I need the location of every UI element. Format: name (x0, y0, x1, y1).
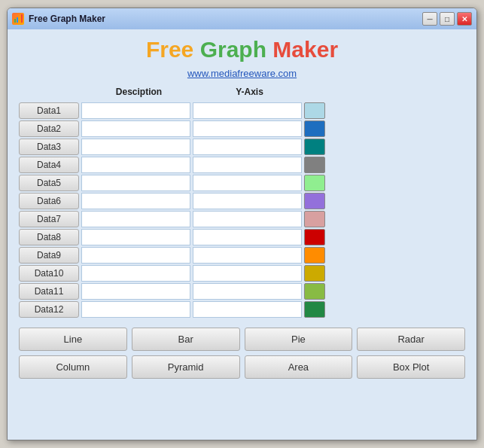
color-swatch-5[interactable] (304, 175, 325, 191)
minimize-button[interactable]: ─ (422, 12, 437, 26)
yaxis-input-3[interactable] (193, 139, 302, 155)
data-button-8[interactable]: Data8 (19, 229, 79, 245)
graph-type-button-pie[interactable]: Pie (245, 328, 353, 351)
website-link[interactable]: www.mediafreeware.com (19, 68, 465, 79)
yaxis-input-9[interactable] (193, 247, 302, 264)
description-input-10[interactable] (81, 265, 190, 282)
yaxis-input-5[interactable] (193, 175, 302, 191)
description-input-3[interactable] (81, 139, 190, 155)
yaxis-input-1[interactable] (193, 102, 302, 119)
description-input-7[interactable] (81, 211, 190, 227)
table-row: Data3 (19, 139, 465, 155)
table-row: Data5 (19, 175, 465, 191)
description-input-12[interactable] (81, 301, 190, 318)
yaxis-input-7[interactable] (193, 211, 302, 227)
yaxis-input-11[interactable] (193, 283, 302, 300)
description-header: Desciption (84, 87, 193, 97)
table-row: Data1 (19, 102, 465, 119)
svg-rect-1 (17, 17, 18, 23)
color-swatch-9[interactable] (304, 247, 325, 264)
description-input-11[interactable] (81, 283, 190, 300)
data-button-1[interactable]: Data1 (19, 102, 79, 119)
graph-type-button-pyramid[interactable]: Pyramid (132, 355, 240, 379)
data-button-4[interactable]: Data4 (19, 157, 79, 173)
table-row: Data12 (19, 301, 465, 318)
window-title: Free Graph Maker (29, 14, 418, 24)
main-window: Free Graph Maker ─ □ ✕ Free Graph Maker … (7, 8, 477, 440)
table-row: Data2 (19, 120, 465, 137)
window-controls: ─ □ ✕ (422, 12, 472, 26)
title-maker: Maker (266, 37, 338, 62)
title-bar: Free Graph Maker ─ □ ✕ (8, 8, 476, 29)
color-swatch-2[interactable] (304, 120, 325, 137)
title-free: Free (146, 37, 193, 62)
color-swatch-1[interactable] (304, 102, 325, 119)
graph-buttons: LineBarPieRadarColumnPyramidAreaBox Plot (19, 328, 465, 379)
data-button-5[interactable]: Data5 (19, 175, 79, 191)
data-button-6[interactable]: Data6 (19, 193, 79, 209)
data-button-3[interactable]: Data3 (19, 139, 79, 155)
data-button-10[interactable]: Data10 (19, 265, 79, 282)
description-input-4[interactable] (81, 157, 190, 173)
app-title: Free Graph Maker (19, 37, 465, 62)
yaxis-header: Y-Axis (195, 87, 304, 97)
description-input-5[interactable] (81, 175, 190, 191)
table-row: Data11 (19, 283, 465, 300)
table-row: Data4 (19, 157, 465, 173)
data-button-7[interactable]: Data7 (19, 211, 79, 227)
yaxis-input-8[interactable] (193, 229, 302, 245)
graph-type-button-area[interactable]: Area (245, 355, 353, 379)
svg-rect-3 (21, 14, 23, 23)
table-row: Data6 (19, 193, 465, 209)
data-button-2[interactable]: Data2 (19, 120, 79, 137)
yaxis-input-4[interactable] (193, 157, 302, 173)
description-input-8[interactable] (81, 229, 190, 245)
color-swatch-10[interactable] (304, 265, 325, 282)
yaxis-input-12[interactable] (193, 301, 302, 318)
graph-type-button-radar[interactable]: Radar (357, 328, 465, 351)
table-row: Data8 (19, 229, 465, 245)
graph-type-button-column[interactable]: Column (19, 355, 127, 379)
table-row: Data7 (19, 211, 465, 227)
data-button-12[interactable]: Data12 (19, 301, 79, 318)
description-input-2[interactable] (81, 120, 190, 137)
color-swatch-6[interactable] (304, 193, 325, 209)
data-button-11[interactable]: Data11 (19, 283, 79, 300)
app-content: Free Graph Maker www.mediafreeware.com D… (8, 29, 476, 440)
table-row: Data10 (19, 265, 465, 282)
close-button[interactable]: ✕ (457, 12, 472, 26)
color-swatch-7[interactable] (304, 211, 325, 227)
yaxis-input-6[interactable] (193, 193, 302, 209)
svg-rect-0 (14, 19, 16, 23)
color-swatch-11[interactable] (304, 283, 325, 300)
data-button-9[interactable]: Data9 (19, 247, 79, 264)
description-input-1[interactable] (81, 102, 190, 119)
grid-header: Desciption Y-Axis (19, 87, 465, 97)
graph-type-button-box-plot[interactable]: Box Plot (357, 355, 465, 379)
color-swatch-12[interactable] (304, 301, 325, 318)
description-input-6[interactable] (81, 193, 190, 209)
table-row: Data9 (19, 247, 465, 264)
data-grid: Data1 Data2 Data3 Data4 Data5 Data6 Data… (19, 102, 465, 318)
svg-rect-2 (19, 16, 20, 23)
maximize-button[interactable]: □ (440, 12, 455, 26)
color-swatch-8[interactable] (304, 229, 325, 245)
graph-type-button-bar[interactable]: Bar (132, 328, 240, 351)
graph-type-button-line[interactable]: Line (19, 328, 127, 351)
description-input-9[interactable] (81, 247, 190, 264)
yaxis-input-10[interactable] (193, 265, 302, 282)
title-graph: Graph (193, 37, 266, 62)
yaxis-input-2[interactable] (193, 120, 302, 137)
app-icon (12, 13, 24, 25)
color-swatch-3[interactable] (304, 139, 325, 155)
color-swatch-4[interactable] (304, 157, 325, 173)
